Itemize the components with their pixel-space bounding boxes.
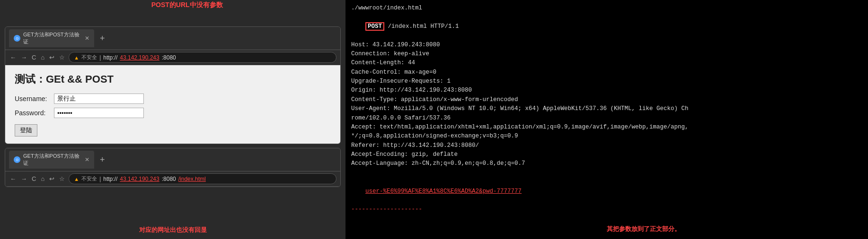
tab-label-top: GET方法和POST方法验证 [23,31,80,45]
terminal-line-8: Origin: http://43.142.190.243:8080 [351,86,862,95]
post-box: POST [365,22,384,31]
terminal-line-3: Host: 43.142.190.243:8080 [351,41,862,50]
params-line: user-%E6%99%AF%E8%A1%8C%E6%AD%A2&pwd-777… [365,188,522,195]
nav-star-bottom[interactable]: ☆ [58,175,66,182]
terminal-line-17 [351,169,862,178]
nav-history-top[interactable]: ↩ [48,54,55,61]
address-bar-top[interactable]: ▲ 不安全 | http://43.142.190.243:8080 [69,52,337,63]
address-bar-bottom[interactable]: ▲ 不安全 | http://43.142.190.243:8080/index… [69,173,337,184]
nav-forward-bottom[interactable]: → [20,175,28,182]
browser-window-top: ⊙ GET方法和POST方法验证 ✕ + ← → C ⌂ ↩ ☆ ▲ 不安全 |… [5,26,341,144]
browser-content-top: 测试：GEt && POST Username: Password: 登陆 [5,65,340,144]
warning-icon-bottom: ▲ [74,176,79,182]
nav-forward-top[interactable]: → [20,54,28,61]
form-row-username: Username: [15,94,331,104]
terminal-line-10: User-Agent: Mozilla/5.0 (Windows NT 10.0… [351,104,862,113]
terminal-line-18: user-%E6%99%AF%E8%A1%8C%E6%AD%A2&pwd-777… [351,178,862,205]
login-button[interactable]: 登陆 [15,124,37,137]
browser-tab-top[interactable]: ⊙ GET方法和POST方法验证 ✕ [9,29,94,47]
terminal-line-2-post: /index.html HTTP/1.1 [384,23,459,30]
terminal-line-14: Referer: http://43.142.190.243:8080/ [351,141,862,150]
page-title-top: 测试：GEt && POST [15,72,331,86]
nav-home-top[interactable]: ⌂ [40,54,45,61]
tab-close-top[interactable]: ✕ [85,35,89,42]
url-port-bottom: :8080 [162,176,176,182]
tab-icon-top: ⊙ [14,35,20,42]
terminal-line-4: Connection: keep-alive [351,50,862,59]
url-path-bottom: /index.html [178,176,206,182]
terminal-line-11: rome/102.0.0.0 Safari/537.36 [351,114,862,123]
username-input[interactable] [54,94,144,104]
address-bar-row-top: ← → C ⌂ ↩ ☆ ▲ 不安全 | http://43.142.190.24… [5,50,340,65]
password-input[interactable] [54,108,144,118]
terminal-separator: -------------------- [351,205,862,214]
url-prefix-top: http:// [103,54,117,61]
tab-close-bottom[interactable]: ✕ [85,156,89,163]
terminal-line-13: */;q=0.8,application/signed-exchange;v=b… [351,132,862,141]
username-label: Username: [15,95,50,102]
browser-tab-bottom[interactable]: ⊙ GET方法和POST方法验证 ✕ [9,151,94,169]
terminal-line-2: POST /index.html HTTP/1.1 [351,13,862,40]
terminal-line-15: Accept-Encoding: gzip, deflate [351,150,862,159]
browser-chrome-top: ⊙ GET方法和POST方法验证 ✕ + [5,27,340,50]
tab-icon-bottom: ⊙ [14,156,20,163]
insecure-label-top: 不安全 [81,54,97,61]
nav-history-bottom[interactable]: ↩ [48,175,55,182]
url-host-bottom: 43.142.190.243 [120,176,159,182]
nav-home-bottom[interactable]: ⌂ [40,175,45,182]
url-port-top: :8080 [162,54,176,61]
nav-refresh-top[interactable]: C [31,54,37,61]
tab-new-top[interactable]: + [97,34,108,43]
password-label: Password: [15,109,50,117]
terminal-line-16: Accept-Language: zh-CN,zh;q=0.9,en;q=0.8… [351,159,862,168]
tab-new-bottom[interactable]: + [97,155,108,165]
address-bar-row-bottom: ← → C ⌂ ↩ ☆ ▲ 不安全 | http://43.142.190.24… [5,171,340,187]
top-annotation: POST的URL中没有参数 [151,1,223,9]
nav-back-top[interactable]: ← [9,54,17,61]
tab-label-bottom: GET方法和POST方法验证 [23,153,80,167]
left-panel: POST的URL中没有参数 ⊙ GET方法和POST方法验证 ✕ + ← → C… [0,0,345,239]
url-host-top: 43.142.190.243 [120,54,159,61]
nav-back-bottom[interactable]: ← [9,175,17,182]
terminal-line-9: Content-Type: application/x-www-form-url… [351,95,862,104]
left-content: ⊙ GET方法和POST方法验证 ✕ + ← → C ⌂ ↩ ☆ ▲ 不安全 |… [5,5,341,234]
url-separator-bottom: | [99,176,101,182]
url-prefix-bottom: http:// [103,176,117,182]
nav-refresh-bottom[interactable]: C [31,175,37,182]
form-row-password: Password: [15,108,331,118]
terminal-line-1: ./wwwroot/index.html [351,4,862,13]
bottom-annotation: 对应的网址出也没有回显 [102,226,244,234]
browser-chrome-bottom: ⊙ GET方法和POST方法验证 ✕ + [5,148,340,171]
warning-icon-top: ▲ [74,55,79,60]
bottom-right-annotation: 其把参数放到了正文部分。 [607,225,681,233]
terminal-line-12: Accept: text/html,application/xhtml+xml,… [351,123,862,132]
terminal-line-5: Content-Length: 44 [351,59,862,68]
browser-window-bottom: ⊙ GET方法和POST方法验证 ✕ + ← → C ⌂ ↩ ☆ ▲ 不安全 |… [5,148,341,187]
terminal-line-6: Cache-Control: max-age=0 [351,68,862,77]
insecure-label-bottom: 不安全 [81,175,97,182]
right-panel: ./wwwroot/index.html POST /index.html HT… [345,0,868,239]
nav-star-top[interactable]: ☆ [58,54,66,61]
terminal-line-7: Upgrade-Insecure-Requests: 1 [351,77,862,86]
url-separator-top: | [99,54,101,61]
